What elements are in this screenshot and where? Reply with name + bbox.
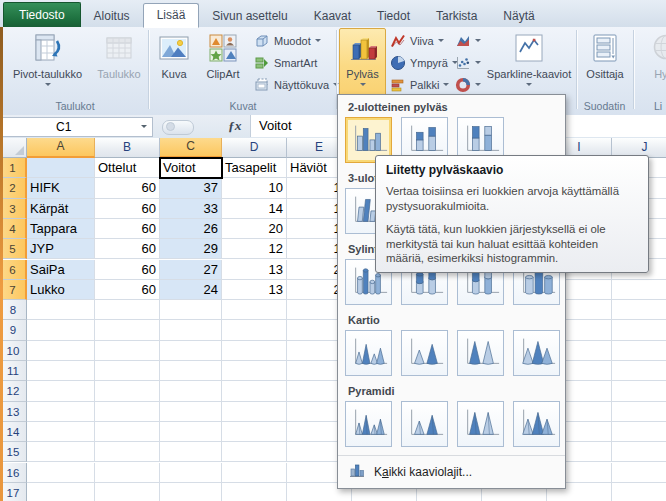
slicer-button[interactable]: Osittaja [579,29,631,110]
cell-D8[interactable] [222,300,287,320]
cell-D3[interactable]: 14 [222,199,287,219]
tab-lisää[interactable]: Lisää [143,3,200,28]
cell-C16[interactable] [160,463,222,483]
cell-B3[interactable]: 60 [95,199,160,219]
cell-J11[interactable] [612,361,666,381]
cell-C10[interactable] [160,341,222,361]
cell-D12[interactable] [222,381,287,401]
cell-C2[interactable]: 37 [160,178,222,198]
cell-J8[interactable] [612,300,666,320]
cell-D4[interactable]: 20 [222,219,287,239]
tab-aloitus[interactable]: Aloitus [81,5,143,27]
cell-A10[interactable] [27,341,95,361]
row-header-2[interactable]: 2 [0,178,27,198]
cell-D1[interactable]: Tasapelit [222,158,287,178]
cell-A5[interactable]: JYP [27,239,95,259]
menu-item-pyramid-stacked[interactable] [401,401,448,447]
cell-C13[interactable] [160,402,222,422]
cell-B9[interactable] [95,320,160,340]
tab-tarkista[interactable]: Tarkista [423,5,490,27]
cell-B6[interactable]: 60 [95,260,160,280]
cell-C6[interactable]: 27 [160,260,222,280]
cell-B4[interactable]: 60 [95,219,160,239]
cell-C3[interactable]: 33 [160,199,222,219]
cell-A12[interactable] [27,381,95,401]
cell-D11[interactable] [222,361,287,381]
cell-C12[interactable] [160,381,222,401]
cell-B5[interactable]: 60 [95,239,160,259]
cell-A11[interactable] [27,361,95,381]
row-header-4[interactable]: 4 [0,219,27,239]
cell-J17[interactable] [612,483,666,501]
cell-J9[interactable] [612,320,666,340]
cell-A13[interactable] [27,402,95,422]
cell-D13[interactable] [222,402,287,422]
tab-tiedot[interactable]: Tiedot [364,5,423,27]
cell-D9[interactable] [222,320,287,340]
cell-D5[interactable]: 12 [222,239,287,259]
bar-chart-button[interactable]: Palkki [388,75,460,94]
cell-J14[interactable] [612,422,666,442]
cell-A3[interactable]: Kärpät [27,199,95,219]
picture-button[interactable]: Kuva [152,29,196,110]
name-box-dropdown-icon[interactable] [141,125,147,131]
row-header-3[interactable]: 3 [0,199,27,219]
cell-C4[interactable]: 26 [160,219,222,239]
row-header-16[interactable]: 16 [0,463,27,483]
cell-A6[interactable]: SaiPa [27,260,95,280]
cell-A17[interactable] [27,483,95,501]
cell-B7[interactable]: 60 [95,280,160,300]
scatter-chart-button[interactable] [453,53,483,72]
column-header-D[interactable]: D [222,138,287,158]
menu-item-cone-3d[interactable] [513,330,560,376]
cell-B2[interactable]: 60 [95,178,160,198]
shapes-button[interactable]: Muodot [252,31,341,50]
cell-A9[interactable] [27,320,95,340]
cell-J15[interactable] [612,442,666,462]
cell-A16[interactable] [27,463,95,483]
cell-D2[interactable]: 10 [222,178,287,198]
all-chart-types-item[interactable]: Kaikki kaaviolajit... [338,455,565,488]
cell-A7[interactable]: Lukko [27,280,95,300]
cell-J10[interactable] [612,341,666,361]
cell-J16[interactable] [612,463,666,483]
row-header-6[interactable]: 6 [0,260,27,280]
smartart-button[interactable]: SmartArt [252,53,341,72]
cell-A15[interactable] [27,442,95,462]
cell-D14[interactable] [222,422,287,442]
row-header-10[interactable]: 10 [0,341,27,361]
row-header-7[interactable]: 7 [0,280,27,300]
row-header-12[interactable]: 12 [0,381,27,401]
cell-A14[interactable] [27,422,95,442]
doughnut-chart-button[interactable] [453,75,483,94]
cell-B11[interactable] [95,361,160,381]
cell-J7[interactable] [612,280,666,300]
menu-item-pyramid-clustered[interactable] [345,401,392,447]
cell-D15[interactable] [222,442,287,462]
menu-item-cone-stacked-100[interactable] [457,330,504,376]
cell-C7[interactable]: 24 [160,280,222,300]
row-header-13[interactable]: 13 [0,402,27,422]
screenshot-button[interactable]: Näyttökuva [252,75,341,94]
cell-B1[interactable]: Ottelut [95,158,160,178]
area-chart-button[interactable] [453,31,483,50]
line-chart-button[interactable]: Viiva [388,31,460,50]
row-header-14[interactable]: 14 [0,422,27,442]
row-header-15[interactable]: 15 [0,442,27,462]
cell-C11[interactable] [160,361,222,381]
cell-B12[interactable] [95,381,160,401]
clipart-button[interactable]: ClipArt [198,29,248,110]
cell-B8[interactable] [95,300,160,320]
table-button[interactable]: Taulukko [91,29,147,110]
row-header-17[interactable]: 17 [0,483,27,501]
pivot-table-button[interactable]: Pivot-taulukko [5,29,90,110]
cell-B13[interactable] [95,402,160,422]
cell-B10[interactable] [95,341,160,361]
row-header-8[interactable]: 8 [0,300,27,320]
tab-kaavat[interactable]: Kaavat [301,5,364,27]
cell-D16[interactable] [222,463,287,483]
cell-C17[interactable] [160,483,222,501]
row-header-11[interactable]: 11 [0,361,27,381]
cell-D10[interactable] [222,341,287,361]
cell-A2[interactable]: HIFK [27,178,95,198]
